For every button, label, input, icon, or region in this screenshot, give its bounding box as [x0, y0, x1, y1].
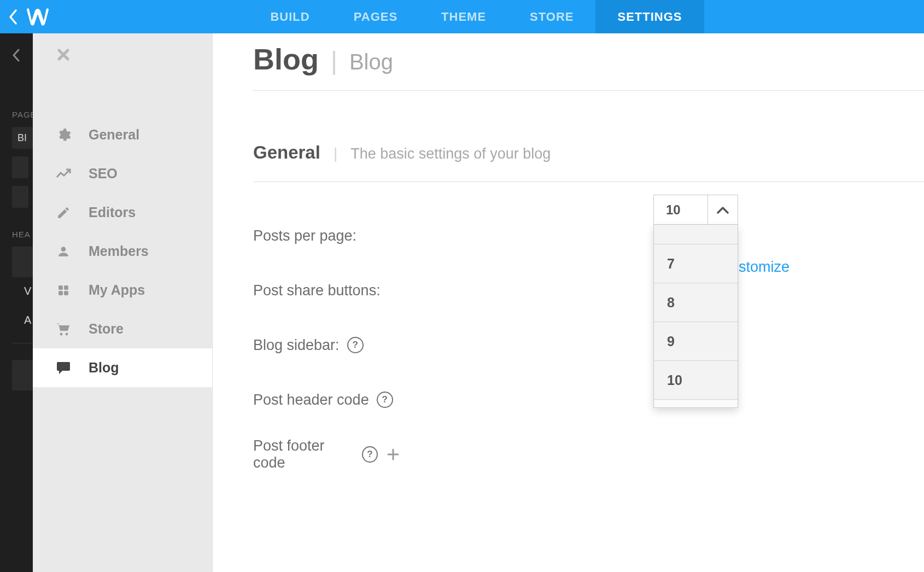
dropdown-option[interactable]: 8 [654, 283, 738, 322]
sidebar-item-myapps[interactable]: My Apps [33, 271, 212, 310]
tab-build[interactable]: BUILD [248, 0, 331, 33]
dark-sidebar-row[interactable]: V [24, 285, 33, 297]
sidebar-item-blog[interactable]: Blog [33, 348, 212, 387]
dark-sidebar-pill[interactable] [12, 156, 28, 178]
field-label-text: Post header code [253, 392, 369, 408]
dark-sidebar-row[interactable]: A [24, 314, 33, 326]
chat-icon [55, 361, 72, 375]
sidebar-item-label: My Apps [89, 282, 145, 298]
dropdown-scroll-next[interactable] [654, 400, 738, 407]
tab-settings[interactable]: SETTINGS [595, 0, 704, 33]
field-label: Post share buttons: [253, 282, 401, 299]
cart-icon [55, 322, 72, 336]
tab-pages[interactable]: PAGES [332, 0, 419, 33]
content-area: Blog | Blog General | The basic settings… [213, 33, 924, 572]
posts-per-page-dropdown: 10 7 8 9 10 [653, 195, 738, 408]
sidebar-item-members[interactable]: Members [33, 232, 212, 271]
person-icon [55, 244, 72, 259]
divider [253, 90, 924, 91]
svg-rect-2 [59, 291, 63, 295]
dropdown-option[interactable]: 7 [654, 244, 738, 283]
settings-menu: General SEO Editors Members [33, 115, 212, 387]
dark-sidebar-pages-label: PAGE [0, 110, 33, 119]
page-title: Blog [253, 42, 319, 76]
sidebar-item-seo[interactable]: SEO [33, 154, 212, 193]
tab-store[interactable]: STORE [508, 0, 595, 33]
field-post-footer-code: Post footer code ? [253, 427, 924, 482]
field-label: Post footer code ? [253, 437, 401, 471]
field-label-text: Post footer code [253, 437, 354, 471]
svg-point-5 [66, 332, 68, 335]
dropdown-scroll-prev[interactable] [654, 225, 738, 244]
field-post-share-buttons: Post share buttons: [253, 263, 924, 318]
section-title: General [253, 142, 320, 163]
tab-theme[interactable]: THEME [419, 0, 508, 33]
dropdown-selected: 10 [654, 195, 707, 224]
dropdown-toggle[interactable]: 10 [653, 195, 738, 225]
sidebar-item-label: General [89, 127, 139, 143]
divider [253, 182, 924, 182]
dropdown-option[interactable]: 10 [654, 361, 738, 400]
help-icon[interactable]: ? [362, 446, 378, 463]
sidebar-item-store[interactable]: Store [33, 310, 212, 348]
settings-sidebar: General SEO Editors Members [33, 33, 213, 572]
fields-list: Posts per page: Post share buttons: Blog… [253, 208, 924, 482]
logo-icon [25, 8, 50, 26]
sidebar-item-label: SEO [89, 166, 118, 182]
dark-sidebar-pill[interactable] [12, 186, 28, 208]
section-description: The basic settings of your blog [350, 145, 551, 162]
dropdown-option[interactable]: 9 [654, 322, 738, 361]
sidebar-item-editors[interactable]: Editors [33, 193, 212, 232]
svg-rect-1 [64, 285, 68, 290]
svg-rect-3 [64, 291, 68, 295]
add-button[interactable] [385, 446, 401, 463]
dark-sidebar-back[interactable] [0, 33, 33, 77]
apps-icon [55, 284, 72, 297]
sidebar-item-label: Editors [89, 205, 136, 220]
chevron-left-icon [8, 9, 19, 25]
breadcrumb-divider: | [331, 46, 337, 75]
trend-icon [55, 168, 72, 179]
field-label: Post header code ? [253, 392, 401, 408]
sidebar-item-label: Blog [89, 360, 119, 376]
dark-sidebar: PAGE BI HEA V A [0, 33, 33, 572]
field-label: Blog sidebar: ? [253, 337, 401, 354]
field-blog-sidebar: Blog sidebar: ? [253, 318, 924, 372]
svg-point-4 [60, 332, 63, 335]
field-label-text: Blog sidebar: [253, 337, 340, 354]
chevron-up-icon[interactable] [707, 195, 738, 224]
customize-link[interactable]: stomize [739, 259, 790, 276]
svg-rect-0 [59, 285, 63, 290]
top-tabs: BUILD PAGES THEME STORE SETTINGS [50, 0, 924, 33]
pencil-icon [55, 206, 72, 220]
page-breadcrumb: Blog | Blog [253, 42, 924, 76]
divider: | [334, 145, 337, 162]
close-icon[interactable] [57, 46, 70, 65]
chevron-left-icon [12, 49, 21, 62]
dropdown-list: 7 8 9 10 [653, 225, 738, 408]
sidebar-item-general[interactable]: General [33, 115, 212, 154]
help-icon[interactable]: ? [377, 392, 393, 408]
weebly-logo[interactable] [25, 8, 50, 26]
field-posts-per-page: Posts per page: [253, 208, 924, 263]
field-post-header-code: Post header code ? [253, 372, 924, 427]
section-header: General | The basic settings of your blo… [253, 142, 924, 163]
page-subtitle: Blog [349, 50, 393, 74]
field-label: Posts per page: [253, 227, 401, 244]
gear-icon [55, 127, 72, 143]
sidebar-item-label: Store [89, 321, 124, 337]
dark-sidebar-header-label: HEA [0, 230, 33, 239]
top-bar: BUILD PAGES THEME STORE SETTINGS [0, 0, 924, 33]
back-button[interactable] [0, 0, 27, 33]
help-icon[interactable]: ? [347, 337, 364, 353]
sidebar-item-label: Members [89, 243, 149, 259]
